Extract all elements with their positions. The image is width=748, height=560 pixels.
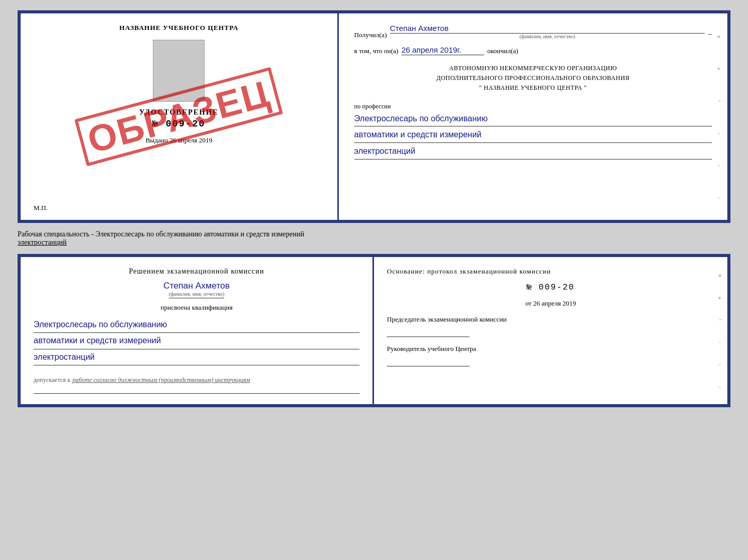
dash-after-name: –	[708, 29, 712, 39]
person-block: Степан Ахметов (фамилия, имя, отчество)	[34, 281, 360, 298]
org-block: АВТОНОМНУЮ НЕКОММЕРЧЕСКУЮ ОРГАНИЗАЦИЮ ДО…	[354, 63, 712, 93]
finished-label: окончил(а)	[487, 47, 518, 55]
photo-placeholder	[153, 40, 205, 102]
protocol-date-prefix: от	[525, 299, 532, 307]
osnov-title: Основание: протокол экзаменационной коми…	[387, 267, 714, 276]
commission-person-name: Степан Ахметов	[163, 281, 230, 291]
qual-line3: электростанций	[34, 349, 360, 365]
allowed-block: допускается к работе согласно должностны…	[34, 375, 360, 384]
qualification-block: Электрослесарь по обслуживанию автоматик…	[34, 317, 360, 365]
qual-line2: автоматики и средств измерений	[34, 333, 360, 349]
assigned-label: присвоена квалификация	[34, 303, 360, 312]
protocol-date: от 26 апреля 2019	[387, 299, 714, 308]
profession-block: по профессии Электрослесарь по обслужива…	[354, 103, 712, 159]
issued-date: 26 апреля 2019	[169, 136, 212, 144]
specialty-main-text: Рабочая специальность - Электрослесарь п…	[18, 230, 304, 238]
cert-right-panel: Получил(а) Степан Ахметов (фамилия, имя,…	[339, 13, 727, 220]
received-row: Получил(а) Степан Ахметов (фамилия, имя,…	[354, 24, 712, 39]
org-line1: АВТОНОМНУЮ НЕКОММЕРЧЕСКУЮ ОРГАНИЗАЦИЮ	[354, 63, 712, 73]
allowed-label: допускается к	[34, 376, 70, 383]
in-that-label: в том, что он(а)	[354, 47, 399, 55]
allowed-value: работе согласно должностным (производств…	[72, 376, 250, 383]
profession-label: по профессии	[354, 103, 712, 110]
protocol-number: № 009-20	[387, 283, 714, 292]
bottom-left-underline	[34, 393, 360, 394]
org-line2: ДОПОЛНИТЕЛЬНОГО ПРОФЕССИОНАЛЬНОГО ОБРАЗО…	[354, 73, 712, 83]
bottom-right-panel: Основание: протокол экзаменационной коми…	[374, 257, 727, 404]
commission-title: Решением экзаменационной комиссии	[34, 267, 360, 276]
fio-subtext: (фамилия, имя, отчество)	[390, 34, 705, 39]
profession-line2: автоматики и средств измерений	[354, 127, 712, 143]
side-marks-bottom: и а ← – – –	[719, 257, 723, 404]
in-that-date: 26 апреля 2019г.	[401, 45, 484, 55]
cert-issued: Выдано 26 апреля 2019	[146, 136, 212, 145]
side-marks-cert: и а ← – – –	[718, 13, 722, 220]
cert-number: № 009-20	[152, 119, 205, 129]
issued-label: Выдано	[146, 136, 168, 144]
cert-school-title: НАЗВАНИЕ УЧЕБНОГО ЦЕНТРА	[119, 24, 239, 32]
bottom-fio-subtext: (фамилия, имя, отчество)	[169, 291, 225, 298]
chairman-signature-line	[387, 337, 470, 337]
received-label: Получил(а)	[354, 31, 387, 39]
bottom-spread: Решением экзаменационной комиссии Степан…	[18, 254, 730, 407]
document-wrapper: НАЗВАНИЕ УЧЕБНОГО ЦЕНТРА УДОСТОВЕРЕНИЕ №…	[18, 10, 730, 407]
received-name: Степан Ахметов	[390, 24, 705, 34]
mp-label: М.П.	[34, 204, 48, 212]
certificate-spread: НАЗВАНИЕ УЧЕБНОГО ЦЕНТРА УДОСТОВЕРЕНИЕ №…	[18, 10, 730, 223]
profession-line1: Электрослесарь по обслуживанию	[354, 111, 712, 127]
chairman-block: Председатель экзаменационной комиссии	[387, 315, 714, 337]
specialty-text-block: Рабочая специальность - Электрослесарь п…	[18, 227, 730, 250]
head-title: Руководитель учебного Центра	[387, 344, 714, 354]
protocol-date-value: 26 апреля 2019	[533, 299, 576, 307]
head-signature-line	[387, 366, 470, 366]
profession-line3: электростанций	[354, 144, 712, 159]
cert-label: УДОСТОВЕРЕНИЕ	[139, 108, 219, 117]
cert-left-panel: НАЗВАНИЕ УЧЕБНОГО ЦЕНТРА УДОСТОВЕРЕНИЕ №…	[21, 13, 339, 220]
in-that-row: в том, что он(а) 26 апреля 2019г. окончи…	[354, 45, 712, 55]
org-line3: " НАЗВАНИЕ УЧЕБНОГО ЦЕНТРА "	[354, 83, 712, 93]
specialty-underline: электростанций	[18, 238, 67, 246]
bottom-left-panel: Решением экзаменационной комиссии Степан…	[21, 257, 374, 404]
chairman-title: Председатель экзаменационной комиссии	[387, 315, 714, 324]
head-block: Руководитель учебного Центра	[387, 344, 714, 366]
qual-line1: Электрослесарь по обслуживанию	[34, 317, 360, 333]
